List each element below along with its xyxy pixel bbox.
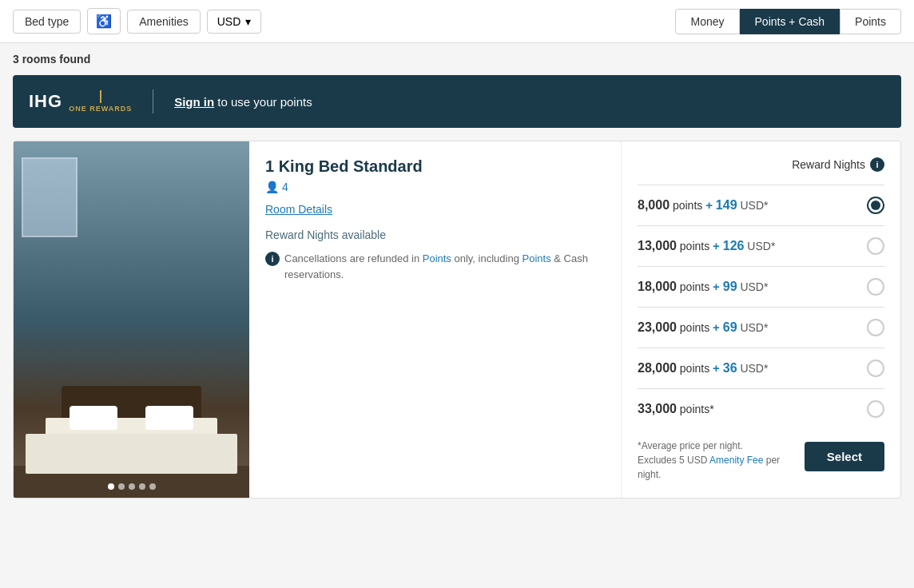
- amenity-fee-link: Amenity Fee: [709, 455, 763, 466]
- amenities-filter[interactable]: Amenities: [127, 10, 200, 34]
- banner-message: Sign in to use your points: [174, 95, 312, 109]
- accessibility-filter[interactable]: ♿: [87, 8, 121, 34]
- price-label-4: 23,000 points + 69 USD*: [638, 320, 768, 335]
- cash-5: 36: [723, 361, 737, 375]
- plus-3: +: [713, 280, 720, 293]
- dot-3[interactable]: [129, 483, 135, 490]
- price-label-1: 8,000 points + 149 USD*: [638, 198, 768, 213]
- person-icon: 👤: [265, 181, 279, 193]
- capacity-number: 4: [282, 181, 288, 193]
- currency-2: USD*: [747, 240, 775, 252]
- room-pricing: Reward Nights i 8,000 points + 149 USD* …: [621, 141, 900, 498]
- cash-3: 99: [723, 280, 737, 293]
- cancellation-text: Cancellations are refunded in Points onl…: [284, 251, 605, 282]
- points-2: 13,000: [638, 239, 677, 252]
- points-text-5: points: [680, 362, 709, 375]
- cash-4: 69: [723, 320, 737, 334]
- reward-nights-header-text: Reward Nights: [792, 158, 865, 171]
- currency-1: USD*: [740, 199, 768, 212]
- bed-type-filter[interactable]: Bed type: [13, 10, 81, 34]
- sign-in-link[interactable]: Sign in: [174, 95, 214, 109]
- price-option-5[interactable]: 28,000 points + 36 USD*: [638, 348, 884, 388]
- banner-divider: [153, 89, 153, 113]
- price-option-1[interactable]: 8,000 points + 149 USD*: [638, 185, 884, 225]
- currency-3: USD*: [740, 280, 768, 293]
- points-6: 33,000: [638, 402, 677, 415]
- dot-4[interactable]: [139, 483, 145, 490]
- plus-4: +: [713, 320, 720, 334]
- points-5: 28,000: [638, 361, 677, 375]
- points-cash-link: Points: [523, 252, 551, 264]
- points-3: 18,000: [638, 280, 677, 293]
- reward-nights-label: Reward Nights available: [265, 228, 605, 241]
- plus-2: +: [713, 239, 720, 252]
- banner-cta-text: to use your points: [217, 95, 312, 109]
- footnote-line2: Excludes 5 USD Amenity Fee per night.: [638, 453, 805, 482]
- room-image-section: [14, 141, 249, 498]
- reward-nights-info-icon[interactable]: i: [870, 157, 884, 172]
- chevron-down-icon: ▾: [245, 15, 251, 28]
- bottom-row: *Average price per night. Excludes 5 USD…: [638, 435, 884, 482]
- plus-1: +: [705, 198, 713, 212]
- currency-4: USD*: [740, 321, 768, 334]
- tab-money[interactable]: Money: [675, 9, 739, 34]
- points-text-4: points: [680, 321, 709, 334]
- points-text-1: points: [673, 199, 702, 212]
- price-option-2[interactable]: 13,000 points + 126 USD*: [638, 225, 884, 266]
- ihg-logo: IHG ONE REWARDS: [29, 90, 132, 113]
- points-text-2: points: [680, 240, 709, 252]
- image-carousel-dots: [108, 483, 156, 490]
- points-link: Points: [423, 252, 451, 264]
- room-info: 1 King Bed Standard 👤 4 Room Details Rew…: [249, 141, 621, 498]
- results-count: 3 rooms found: [0, 43, 914, 75]
- points-1: 8,000: [638, 198, 670, 212]
- ihg-logo-text: IHG: [29, 91, 62, 112]
- select-button[interactable]: Select: [805, 442, 884, 471]
- ihg-rewards-badge: ONE REWARDS: [69, 105, 132, 113]
- filter-bar: Bed type ♿ Amenities USD ▾: [13, 8, 261, 34]
- price-option-4[interactable]: 23,000 points + 69 USD*: [638, 307, 884, 348]
- plus-5: +: [713, 361, 720, 375]
- footnote-line1: *Average price per night.: [638, 439, 805, 453]
- radio-4[interactable]: [867, 319, 884, 336]
- points-4: 23,000: [638, 320, 677, 334]
- room-capacity: 👤 4: [265, 181, 605, 193]
- currency-selector[interactable]: USD ▾: [207, 10, 262, 34]
- dot-1[interactable]: [108, 483, 114, 490]
- dot-2[interactable]: [118, 483, 125, 490]
- price-label-2: 13,000 points + 126 USD*: [638, 239, 775, 253]
- radio-5[interactable]: [867, 360, 884, 377]
- currency-5: USD*: [740, 362, 768, 375]
- reward-nights-header: Reward Nights i: [638, 157, 884, 172]
- price-label-5: 28,000 points + 36 USD*: [638, 361, 768, 375]
- top-bar: Bed type ♿ Amenities USD ▾ Money Points …: [0, 0, 914, 43]
- price-option-6[interactable]: 33,000 points*: [638, 388, 884, 429]
- cancellation-note: i Cancellations are refunded in Points o…: [265, 251, 605, 282]
- info-icon: i: [265, 252, 280, 266]
- radio-1[interactable]: [867, 197, 884, 214]
- payment-tabs: Money Points + Cash Points: [675, 9, 901, 34]
- room-card: 1 King Bed Standard 👤 4 Room Details Rew…: [13, 141, 901, 499]
- price-label-6: 33,000 points*: [638, 402, 714, 416]
- room-details-link[interactable]: Room Details: [265, 203, 605, 216]
- tab-points-cash[interactable]: Points + Cash: [740, 9, 840, 34]
- cash-2: 126: [723, 239, 745, 252]
- radio-2[interactable]: [867, 237, 884, 255]
- points-text-3: points: [680, 280, 709, 293]
- price-label-3: 18,000 points + 99 USD*: [638, 280, 768, 294]
- room-title: 1 King Bed Standard: [265, 157, 605, 176]
- tab-points[interactable]: Points: [840, 9, 901, 34]
- dot-5[interactable]: [149, 483, 156, 490]
- footnote: *Average price per night. Excludes 5 USD…: [638, 439, 805, 482]
- radio-3[interactable]: [867, 278, 884, 296]
- currency-label: USD: [217, 15, 241, 28]
- price-option-3[interactable]: 18,000 points + 99 USD*: [638, 266, 884, 307]
- room-image: [14, 141, 249, 498]
- cash-1: 149: [716, 198, 737, 212]
- points-text-6: points*: [680, 403, 714, 415]
- ihg-banner: IHG ONE REWARDS Sign in to use your poin…: [13, 75, 901, 128]
- radio-6[interactable]: [867, 400, 884, 418]
